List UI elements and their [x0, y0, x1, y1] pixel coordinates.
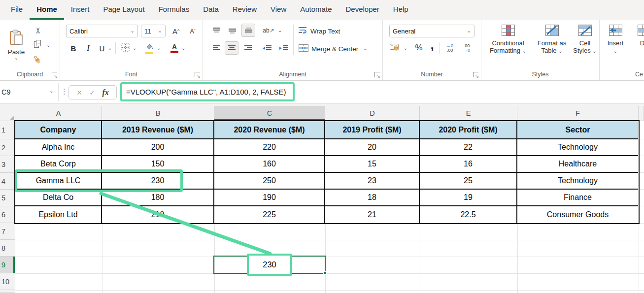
cell-E5[interactable]: 19	[420, 190, 517, 206]
menu-tab-page-layout[interactable]: Page Layout	[96, 0, 151, 20]
column-header-partial[interactable]	[639, 106, 644, 121]
menu-tab-data[interactable]: Data	[196, 0, 226, 20]
menu-tab-review[interactable]: Review	[226, 0, 264, 20]
column-header-B[interactable]: B	[102, 106, 214, 121]
delete-cells-button[interactable]: De	[632, 25, 644, 47]
menu-tab-help[interactable]: Help	[386, 0, 415, 20]
align-middle-button[interactable]	[226, 25, 238, 36]
insert-cells-button[interactable]: Insert ⌄	[604, 25, 627, 54]
row-header-4[interactable]: 4	[0, 173, 15, 190]
increase-decimal-button[interactable]: ←0.00	[443, 42, 457, 54]
accounting-format-button[interactable]	[389, 42, 402, 54]
cell-A2[interactable]: Alpha Inc	[15, 139, 102, 156]
menu-tab-file[interactable]: File	[4, 0, 30, 20]
column-header-C[interactable]: C	[214, 106, 325, 121]
cell-C3[interactable]: 160	[214, 156, 325, 173]
cell-A5[interactable]: Delta Co	[15, 190, 102, 206]
chevron-down-icon[interactable]: ⌄	[46, 43, 50, 48]
cut-button[interactable]: ✂	[33, 25, 44, 35]
cell-E4[interactable]: 25	[420, 173, 517, 190]
cell-D1[interactable]: 2019 Profit ($M)	[325, 121, 420, 139]
align-top-button[interactable]	[210, 25, 223, 36]
cell-F2[interactable]: Technology	[517, 139, 638, 156]
cell-styles-button[interactable]: Cell Styles ⌄	[571, 25, 599, 54]
menu-tab-formulas[interactable]: Formulas	[152, 0, 197, 20]
cell-A1[interactable]: Company	[15, 121, 102, 139]
enter-formula-icon[interactable]: ✓	[89, 89, 95, 97]
cell-E2[interactable]: 22	[420, 139, 517, 156]
cell-E1[interactable]: 2020 Profit ($M)	[420, 121, 517, 139]
cell-C2[interactable]: 220	[214, 139, 325, 156]
cell-C4[interactable]: 250	[214, 173, 325, 190]
name-box[interactable]: C9	[1, 81, 11, 103]
format-as-table-button[interactable]: Format as Table ⌄	[533, 25, 571, 54]
bold-button[interactable]: B	[68, 42, 79, 54]
column-header-F[interactable]: F	[517, 106, 639, 121]
shrink-font-button[interactable]: Aˇ	[186, 26, 199, 36]
column-header-E[interactable]: E	[420, 106, 517, 121]
row-header-3[interactable]: 3	[0, 156, 15, 173]
cell-D5[interactable]: 18	[325, 190, 420, 206]
clipboard-dialog-launcher-icon[interactable]: ↘	[52, 72, 57, 77]
conditional-formatting-button[interactable]: Conditional Formatting ⌄	[484, 25, 532, 54]
merge-center-button[interactable]: Merge & Center ⌄	[299, 43, 382, 54]
menu-tab-insert[interactable]: Insert	[64, 0, 97, 20]
cell-B1[interactable]: 2019 Revenue ($M)	[102, 121, 214, 139]
copy-button[interactable]	[32, 39, 43, 50]
cell-B5[interactable]: 180	[102, 190, 214, 206]
cell-F6[interactable]: Consumer Goods	[517, 206, 638, 223]
select-all-corner[interactable]: ◢	[0, 106, 15, 121]
chevron-down-icon[interactable]: ⌄	[404, 46, 407, 51]
row-header-6[interactable]: 6	[0, 206, 15, 223]
insert-function-icon[interactable]: fx	[102, 88, 108, 97]
column-header-D[interactable]: D	[325, 106, 420, 121]
cell-D2[interactable]: 20	[325, 139, 420, 156]
italic-button[interactable]: I	[83, 42, 94, 54]
chevron-down-icon[interactable]: ⌄	[157, 46, 161, 51]
row-header-8[interactable]: 8	[0, 240, 15, 257]
align-left-button[interactable]	[210, 42, 223, 54]
underline-button[interactable]: U	[97, 42, 107, 54]
chevron-down-icon[interactable]: ⌄	[108, 46, 112, 51]
increase-indent-button[interactable]	[277, 42, 291, 54]
row-header-1[interactable]: 1	[0, 121, 15, 139]
row-header-10[interactable]: 10	[0, 273, 15, 290]
align-center-button[interactable]	[225, 41, 238, 55]
decrease-decimal-button[interactable]: .00→0	[460, 42, 474, 54]
grow-font-button[interactable]: A^	[169, 26, 182, 36]
cell-F1[interactable]: Sector	[517, 121, 638, 139]
borders-button[interactable]	[120, 43, 130, 53]
cell-E6[interactable]: 22.5	[420, 206, 517, 223]
name-box-chevron-icon[interactable]: ⌄	[49, 89, 53, 94]
font-name-select[interactable]: Calibri ⌄	[66, 25, 138, 37]
cancel-formula-icon[interactable]: ✕	[76, 89, 82, 97]
cell-C1[interactable]: 2020 Revenue ($M)	[214, 121, 325, 139]
wrap-text-button[interactable]: Wrap Text	[299, 26, 382, 36]
cell-D6[interactable]: 21	[325, 206, 420, 223]
chevron-down-icon[interactable]: ⌄	[278, 28, 282, 33]
decrease-indent-button[interactable]	[260, 42, 274, 54]
cell-F5[interactable]: Finance	[517, 190, 638, 206]
percent-style-button[interactable]: %	[412, 41, 425, 54]
number-dialog-launcher-icon[interactable]: ↘	[473, 72, 478, 77]
cell-B2[interactable]: 200	[102, 139, 214, 156]
column-header-A[interactable]: A	[15, 106, 102, 121]
font-dialog-launcher-icon[interactable]: ↘	[195, 72, 200, 77]
cell-B6[interactable]: 210	[102, 206, 214, 223]
align-right-button[interactable]	[241, 42, 254, 54]
cell-F3[interactable]: Healthcare	[517, 156, 638, 173]
chevron-down-icon[interactable]: ⌄	[181, 46, 185, 51]
menu-tab-home[interactable]: Home	[30, 0, 64, 20]
cell-D3[interactable]: 15	[325, 156, 420, 173]
menu-tab-developer[interactable]: Developer	[339, 0, 386, 20]
row-header-5[interactable]: 5	[0, 190, 15, 206]
fill-color-button[interactable]	[144, 42, 155, 54]
row-header-9[interactable]: 9	[0, 257, 15, 273]
row-header-2[interactable]: 2	[0, 139, 15, 156]
menu-tab-view[interactable]: View	[264, 0, 293, 20]
cell-E3[interactable]: 16	[420, 156, 517, 173]
fill-handle[interactable]	[323, 271, 327, 275]
font-color-button[interactable]: A	[169, 42, 179, 54]
alignment-dialog-launcher-icon[interactable]: ↘	[374, 72, 380, 77]
align-bottom-button[interactable]	[241, 24, 255, 37]
